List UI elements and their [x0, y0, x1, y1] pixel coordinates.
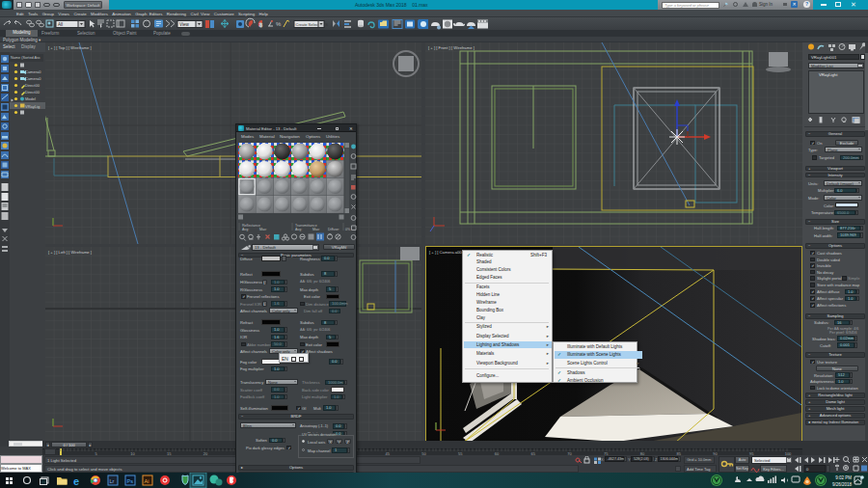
svg-text:e: e	[73, 475, 79, 487]
svg-text:9:02 PM: 9:02 PM	[835, 475, 852, 480]
svg-text:Max:: Max:	[312, 228, 320, 231]
svg-text:Max:: Max:	[259, 228, 267, 231]
svg-text:0%: 0%	[345, 228, 351, 231]
svg-text:VRayLig: VRayLig	[25, 104, 40, 109]
svg-text:Lr: Lr	[110, 478, 115, 484]
svg-text:Model: Model	[25, 96, 36, 101]
svg-text:Direct00: Direct00	[25, 83, 41, 88]
svg-text:Avg:: Avg:	[242, 228, 249, 231]
svg-text:9/26/2018: 9/26/2018	[832, 482, 853, 487]
svg-text:[ + ] [ Top ] [ Wireframe ]: [ + ] [ Top ] [ Wireframe ]	[48, 45, 92, 50]
svg-text:Camera0: Camera0	[25, 76, 41, 81]
svg-text:3: 3	[259, 22, 262, 28]
svg-text:Reflectance: Reflectance	[242, 224, 260, 228]
svg-text:[ + ] [ Front ] [ Wireframe ]: [ + ] [ Front ] [ Wireframe ]	[428, 45, 475, 50]
svg-text:View: View	[179, 22, 189, 27]
svg-text:All: All	[58, 22, 63, 27]
svg-text:Diffuse:: Diffuse:	[328, 228, 339, 231]
svg-text:Direct00: Direct00	[25, 90, 41, 95]
svg-text:Avg:: Avg:	[295, 228, 302, 231]
svg-text:Ps: Ps	[127, 478, 134, 484]
svg-text:Transmittance: Transmittance	[295, 224, 317, 228]
svg-text:Ai: Ai	[145, 478, 149, 484]
svg-text:Camera0: Camera0	[25, 69, 41, 74]
svg-text:[ + ] [ Left ] [ Wireframe ]: [ + ] [ Left ] [ Wireframe ]	[48, 250, 92, 255]
svg-text:%: %	[276, 21, 282, 27]
